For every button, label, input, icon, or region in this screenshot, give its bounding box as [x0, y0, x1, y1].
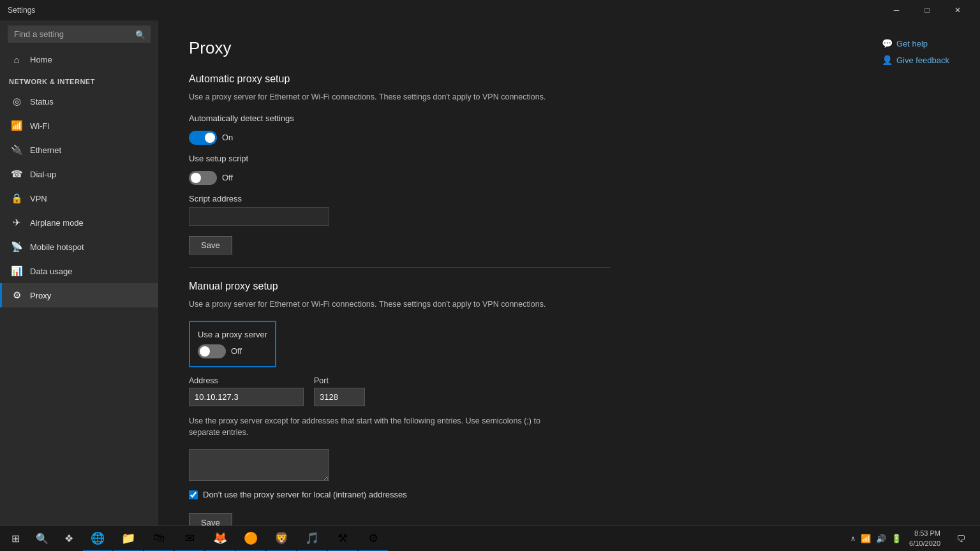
close-button[interactable]: ✕ — [943, 0, 972, 20]
help-panel: 💬 Get help 👤 Give feedback — [882, 38, 949, 65]
chevron-icon[interactable]: ∧ — [850, 534, 856, 543]
use-proxy-toggle-container: Off — [198, 344, 267, 358]
taskbar-left: ⊞ 🔍 ❖ 🌐 📁 🛍 ✉ 🦊 🟠 🦁 🎵 ⚒ ⚙ — [3, 526, 388, 552]
task-view-button[interactable]: ❖ — [56, 526, 82, 552]
content-area: 💬 Get help 👤 Give feedback Proxy Automat… — [158, 20, 980, 525]
addr-port-row: Address Port — [189, 376, 949, 406]
sidebar-item-airplane[interactable]: ✈ Airplane mode — [0, 210, 158, 235]
title-bar: Settings ─ □ ✕ — [0, 0, 980, 20]
clock-date: 6/10/2020 — [909, 539, 940, 548]
status-icon: ◎ — [11, 96, 22, 107]
sidebar-item-vpn[interactable]: 🔒 VPN — [0, 186, 158, 210]
address-field-group: Address — [189, 376, 304, 406]
auto-section-title: Automatic proxy setup — [189, 73, 949, 85]
sidebar-item-dialup[interactable]: ☎ Dial-up — [0, 162, 158, 186]
app-body: 🔍 ⌂ Home Network & Internet ◎ Status 📶 W… — [0, 20, 980, 525]
maximize-button[interactable]: □ — [912, 0, 942, 20]
sidebar-item-ethernet[interactable]: 🔌 Ethernet — [0, 138, 158, 162]
taskbar-clock[interactable]: 8:53 PM 6/10/2020 — [904, 529, 946, 548]
notification-button[interactable]: 🗨 — [948, 526, 974, 552]
help-icon: 💬 — [882, 38, 893, 48]
manual-section-title: Manual proxy setup — [189, 281, 949, 292]
script-address-input[interactable] — [189, 207, 329, 226]
setup-script-state: Off — [222, 173, 233, 182]
port-input[interactable] — [314, 388, 365, 406]
setup-script-row: Use setup script — [189, 154, 949, 163]
tools-app[interactable]: ⚒ — [328, 526, 357, 552]
auto-section-desc: Use a proxy server for Ethernet or Wi-Fi… — [189, 91, 546, 103]
brave-app[interactable]: 🦁 — [267, 526, 296, 552]
manual-save-button[interactable]: Save — [189, 513, 232, 525]
hotspot-icon: 📡 — [11, 241, 22, 253]
dialup-icon: ☎ — [11, 168, 22, 180]
store-app[interactable]: 🛍 — [144, 526, 174, 552]
sidebar-item-status[interactable]: ◎ Status — [0, 89, 158, 114]
search-container: 🔍 — [8, 26, 151, 43]
mail-app[interactable]: ✉ — [175, 526, 204, 552]
notification-area: ∧ 📶 🔊 🔋 — [850, 534, 902, 543]
sidebar-item-hotspot[interactable]: 📡 Mobile hotspot — [0, 235, 158, 259]
home-icon: ⌂ — [11, 54, 22, 65]
exceptions-textarea[interactable] — [189, 449, 329, 481]
sidebar-item-wifi[interactable]: 📶 Wi-Fi — [0, 114, 158, 138]
sidebar-item-proxy[interactable]: ⚙ Proxy — [0, 283, 158, 307]
datausage-icon: 📊 — [11, 265, 22, 277]
give-feedback-link[interactable]: 👤 Give feedback — [882, 55, 949, 65]
search-button[interactable]: 🔍 — [29, 526, 55, 552]
sidebar-item-home[interactable]: ⌂ Home — [0, 48, 158, 71]
start-button[interactable]: ⊞ — [3, 526, 28, 552]
auto-detect-label: Automatically detect settings — [189, 114, 294, 123]
proxy-icon: ⚙ — [11, 290, 22, 301]
sidebar-item-datausage-label: Data usage — [30, 267, 73, 276]
auto-detect-toggle-container: On — [189, 131, 949, 145]
get-help-label: Get help — [896, 39, 928, 48]
minimize-button[interactable]: ─ — [882, 0, 911, 20]
vpn-icon: 🔒 — [11, 193, 22, 204]
airplane-icon: ✈ — [11, 217, 22, 228]
file-explorer-app[interactable]: 📁 — [114, 526, 143, 552]
manual-section-desc: Use a proxy server for Ethernet or Wi-Fi… — [189, 298, 546, 311]
use-proxy-toggle[interactable] — [198, 344, 226, 358]
wifi-icon: 📶 — [11, 120, 22, 131]
sidebar-item-home-label: Home — [30, 55, 52, 64]
window-controls: ─ □ ✕ — [882, 0, 972, 20]
clock-time: 8:53 PM — [909, 529, 940, 538]
setup-script-toggle-container: Off — [189, 171, 949, 185]
sidebar-item-dialup-label: Dial-up — [30, 170, 56, 179]
taskbar-right: ∧ 📶 🔊 🔋 8:53 PM 6/10/2020 🗨 — [850, 526, 977, 552]
search-icon: 🔍 — [135, 29, 145, 39]
sidebar-item-datausage[interactable]: 📊 Data usage — [0, 259, 158, 283]
firefox-app[interactable]: 🦊 — [205, 526, 235, 552]
opera-app[interactable]: 🟠 — [236, 526, 265, 552]
sidebar-item-airplane-label: Airplane mode — [30, 218, 84, 228]
give-feedback-label: Give feedback — [896, 55, 949, 65]
get-help-link[interactable]: 💬 Get help — [882, 38, 949, 48]
local-bypass-checkbox[interactable] — [189, 490, 198, 499]
port-label: Port — [314, 376, 365, 385]
use-proxy-label: Use a proxy server — [198, 330, 267, 339]
auto-detect-state: On — [222, 133, 233, 142]
sidebar-item-hotspot-label: Mobile hotspot — [30, 242, 84, 252]
network-icon: 📶 — [861, 534, 871, 543]
use-proxy-highlighted-box: Use a proxy server Off — [189, 321, 276, 367]
feedback-icon: 👤 — [882, 55, 893, 65]
use-proxy-state: Off — [231, 346, 242, 356]
music-app[interactable]: 🎵 — [297, 526, 327, 552]
window-title: Settings — [8, 6, 35, 15]
settings-taskbar-app[interactable]: ⚙ — [359, 526, 388, 552]
auto-detect-row: Automatically detect settings — [189, 114, 949, 123]
taskbar: ⊞ 🔍 ❖ 🌐 📁 🛍 ✉ 🦊 🟠 🦁 🎵 ⚒ ⚙ ∧ 📶 🔊 🔋 8:53 P… — [0, 525, 980, 551]
auto-save-button[interactable]: Save — [189, 236, 232, 254]
volume-icon: 🔊 — [876, 534, 886, 543]
script-address-label: Script address — [189, 194, 949, 203]
exceptions-label: Use the proxy server except for addresse… — [189, 415, 546, 439]
auto-detect-toggle[interactable] — [189, 131, 217, 145]
setup-script-toggle[interactable] — [189, 171, 217, 185]
auto-detect-knob — [205, 133, 215, 143]
setup-script-label: Use setup script — [189, 154, 248, 163]
address-input[interactable] — [189, 388, 304, 406]
port-field-group: Port — [314, 376, 365, 406]
sidebar-item-status-label: Status — [30, 97, 54, 107]
search-input[interactable] — [8, 26, 151, 43]
edge-app[interactable]: 🌐 — [83, 526, 112, 552]
